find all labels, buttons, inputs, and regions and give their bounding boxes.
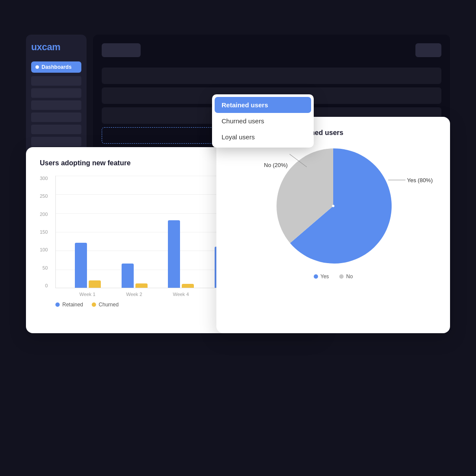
no-label-line <box>289 154 307 167</box>
yes-label-line <box>388 176 405 184</box>
no-percentage-label: No (20%) <box>264 162 288 168</box>
sidebar-item <box>31 88 81 98</box>
bar-retained-week4 <box>168 220 180 288</box>
bar-churned-week1 <box>89 280 101 288</box>
bar-churned-week4 <box>182 284 194 288</box>
yes-percentage-label: Yes (80%) <box>407 177 433 183</box>
pie-chart-card: New feature used - Retained users No (20… <box>216 117 450 333</box>
legend-dot-yes <box>314 274 318 279</box>
bar-retained-week1 <box>75 243 87 288</box>
dropdown-item-retained[interactable]: Retained users <box>215 97 311 113</box>
yes-label-container: Yes (80%) <box>388 176 433 184</box>
header-btn-1[interactable] <box>102 43 141 57</box>
legend-dot-churned <box>92 302 96 307</box>
sidebar-item-dashboards[interactable]: Dashboards <box>31 61 81 73</box>
sidebar-item <box>31 113 81 122</box>
charts-area: Users adopting new feature 300 250 200 1… <box>26 242 450 459</box>
header-btn-2[interactable] <box>415 43 441 57</box>
bar-retained-week2 <box>122 264 134 288</box>
segment-dropdown: Retained users Churned users Loyal users <box>212 94 314 148</box>
pie-center <box>332 205 334 207</box>
bar-chart-legend: Retained Churned <box>55 299 119 310</box>
legend-churned: Churned <box>92 299 119 310</box>
bar-churned-week2 <box>135 283 148 288</box>
dropdown-item-loyal[interactable]: Loyal users <box>215 129 311 145</box>
bar-group-week1 <box>75 243 101 288</box>
y-axis: 300 250 200 150 100 50 0 <box>40 176 51 288</box>
legend-no: No <box>339 273 353 280</box>
nav-dot <box>35 65 39 69</box>
dropdown-item-churned[interactable]: Churned users <box>215 113 311 129</box>
pie-chart-legend: Yes No <box>230 273 436 280</box>
pie-chart-container: No (20%) Yes (80%) <box>273 145 394 267</box>
legend-dot-no <box>339 274 344 279</box>
filter-row-1 <box>102 68 441 84</box>
no-label-container: No (20%) <box>264 158 307 171</box>
legend-yes: Yes <box>314 273 329 280</box>
logo: uxcam <box>31 42 81 53</box>
top-bar <box>102 43 441 57</box>
legend-dot-retained <box>55 302 60 307</box>
bar-group-week4 <box>168 220 194 288</box>
legend-retained: Retained <box>55 299 83 310</box>
logo-accent: ux <box>31 42 42 52</box>
sidebar-item <box>31 100 81 110</box>
sidebar-item <box>31 125 81 134</box>
sidebar-item <box>31 76 81 86</box>
bar-group-week2 <box>122 264 148 288</box>
svg-line-0 <box>289 154 307 167</box>
sidebar-item <box>31 137 81 146</box>
